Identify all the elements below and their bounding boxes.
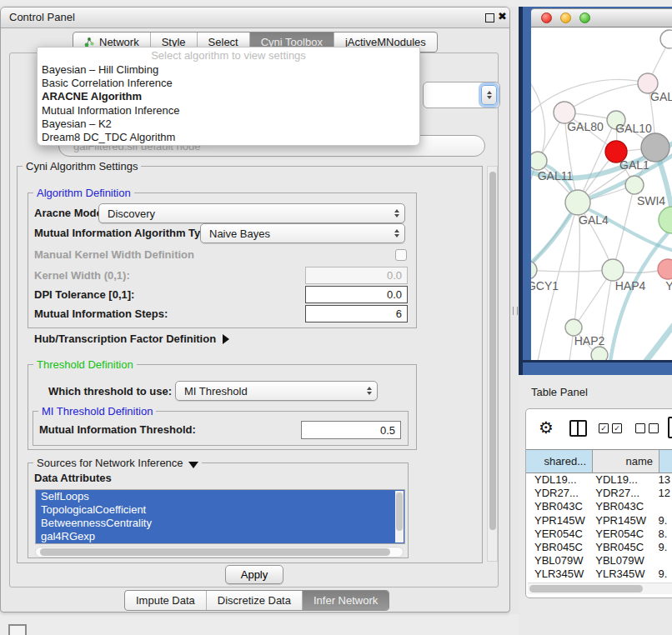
table-cell[interactable] bbox=[658, 554, 672, 568]
table-cell[interactable]: YER054C bbox=[592, 528, 658, 541]
list-hscrollbar[interactable] bbox=[35, 547, 404, 558]
panel-divider[interactable] bbox=[510, 7, 519, 614]
network-canvas[interactable]: GALGAL80GAL10GAL1GAL11SWI4GAL4GCY1HAP4YH… bbox=[531, 28, 672, 360]
green-edge-node[interactable] bbox=[659, 207, 672, 233]
table-cell[interactable]: YBR043C bbox=[526, 500, 592, 513]
hub-expander[interactable]: Hub/Transcription Factor Definition bbox=[34, 332, 229, 346]
table-cell[interactable] bbox=[658, 500, 672, 513]
unchecked-pair-icon[interactable] bbox=[635, 423, 659, 433]
algorithm-selector-combo[interactable] bbox=[423, 82, 500, 108]
attribute-item-selfloops[interactable]: SelfLoops bbox=[36, 490, 404, 503]
table-hscrollbar[interactable] bbox=[528, 582, 672, 594]
table-cell[interactable]: YLR345W bbox=[592, 568, 658, 581]
table-cell[interactable]: 9. bbox=[658, 568, 672, 581]
tab-impute-data[interactable]: Impute Data bbox=[125, 591, 206, 610]
table-cell[interactable]: YER054C bbox=[526, 528, 592, 541]
table-cell[interactable]: 9. bbox=[658, 541, 672, 554]
table-row[interactable]: YBR045CYBR045C9. bbox=[526, 541, 672, 554]
attribute-item-topologicalcoefficient[interactable]: TopologicalCoefficient bbox=[36, 503, 404, 517]
which-threshold-combo[interactable]: MI Threshold bbox=[175, 381, 378, 401]
dpi-tolerance-field[interactable]: 0.0 bbox=[305, 286, 408, 303]
table-cell[interactable]: YBR045C bbox=[526, 541, 592, 554]
network-edge bbox=[564, 83, 648, 112]
algorithm-item-bayesian-k2[interactable]: Bayesian – K2 bbox=[38, 118, 419, 131]
table-cell[interactable]: YDR27... bbox=[592, 487, 658, 500]
table-cell[interactable]: YPR145W bbox=[592, 514, 658, 528]
table-cell[interactable]: YLR345W bbox=[526, 568, 592, 581]
zoom-traffic-light-icon[interactable] bbox=[579, 12, 590, 23]
list-scrollbar[interactable] bbox=[395, 491, 404, 542]
bottom-partial-node[interactable] bbox=[591, 347, 608, 360]
table-cell[interactable]: 13 bbox=[658, 473, 672, 487]
algorithm-item-bayesian-hill-climbing[interactable]: Bayesian – Hill Climbing bbox=[38, 63, 419, 77]
table-row[interactable]: YLR345WYLR345W9. bbox=[526, 568, 672, 581]
table-row[interactable]: YER054CYER054C8. bbox=[526, 528, 672, 541]
minimize-traffic-light-icon[interactable] bbox=[560, 12, 571, 23]
float-window-icon[interactable] bbox=[485, 13, 494, 22]
table-row[interactable]: YDL19...YDL19...13 bbox=[526, 473, 672, 487]
table-cell[interactable]: YDR27... bbox=[526, 487, 592, 500]
sources-title[interactable]: Sources for Network Inference bbox=[33, 457, 202, 469]
table-cell[interactable]: 9. bbox=[658, 514, 672, 528]
algorithm-item-dream8-dc-tdc-algorithm[interactable]: Dream8 DC_TDC Algorithm bbox=[38, 131, 419, 144]
algorithm-item-mutual-information-inference[interactable]: Mutual Information Inference bbox=[38, 104, 419, 118]
tab-infer-network[interactable]: Infer Network bbox=[302, 591, 389, 610]
attribute-item-betweennesscentrality[interactable]: BetweennessCentrality bbox=[36, 517, 404, 530]
hap2-node[interactable] bbox=[565, 319, 582, 336]
gear-icon[interactable]: ⚙ bbox=[539, 418, 554, 438]
gray-hub-node[interactable] bbox=[641, 133, 669, 162]
table-cell[interactable]: YBR043C bbox=[592, 500, 658, 513]
algorithm-item-aracne-algorithm[interactable]: ARACNE Algorithm bbox=[38, 90, 419, 103]
gal11-node[interactable] bbox=[531, 152, 547, 170]
table-cell[interactable]: YPR145W bbox=[526, 514, 592, 528]
table-cell[interactable]: 8. bbox=[658, 528, 672, 541]
tab-label: Impute Data bbox=[136, 592, 195, 610]
table-row[interactable]: YDR27...YDR27...12 bbox=[526, 487, 672, 500]
column-header-name[interactable]: name bbox=[593, 449, 659, 473]
table-cell[interactable]: YDL19... bbox=[592, 473, 658, 487]
divider-grip-icon[interactable] bbox=[513, 307, 518, 315]
checked-pair-icon[interactable]: ✓✓ bbox=[599, 423, 622, 433]
data-attributes-list[interactable]: SelfLoopsTopologicalCoefficientBetweenne… bbox=[35, 489, 405, 544]
close-traffic-light-icon[interactable] bbox=[541, 12, 552, 23]
mi-steps-field[interactable]: 6 bbox=[305, 305, 408, 322]
settings-scrollbar[interactable] bbox=[487, 166, 498, 562]
aracne-mode-combo[interactable]: Discovery bbox=[98, 203, 405, 223]
column-header-partial[interactable] bbox=[659, 449, 672, 473]
table-cell[interactable]: YDL19... bbox=[526, 473, 592, 487]
table-cell[interactable]: YBR045C bbox=[592, 541, 658, 554]
column-header-shared[interactable]: shared... bbox=[526, 449, 593, 473]
expander-collapsed-icon[interactable] bbox=[223, 334, 229, 344]
table-cell[interactable]: 12 bbox=[658, 487, 672, 500]
apply-button[interactable]: Apply bbox=[225, 565, 283, 584]
mi-threshold-field[interactable]: 0.5 bbox=[301, 421, 401, 439]
table-cell[interactable]: YBL079W bbox=[592, 554, 658, 568]
manual-kernel-checkbox[interactable] bbox=[395, 249, 407, 261]
salmon-node-y[interactable] bbox=[658, 259, 672, 279]
table-panel-area: Table Panel ⚙ ✓✓ shared...name YDL19...Y… bbox=[519, 375, 672, 635]
algorithm-item-basic-correlation-inference[interactable]: Basic Correlation Inference bbox=[38, 77, 419, 90]
table-row[interactable]: YBR043CYBR043C bbox=[526, 500, 672, 513]
table-row[interactable]: YBL079WYBL079W bbox=[526, 554, 672, 568]
table-row[interactable]: YPR145WYPR145W9. bbox=[526, 514, 672, 528]
split-columns-icon[interactable] bbox=[569, 420, 587, 437]
gal4-node[interactable] bbox=[565, 190, 590, 215]
kernel-width-field[interactable]: 0.0 bbox=[305, 267, 408, 284]
hap4-node[interactable] bbox=[602, 259, 624, 281]
close-icon[interactable]: ✖ bbox=[498, 10, 507, 22]
tab-discretize-data[interactable]: Discretize Data bbox=[206, 591, 302, 610]
network-graph[interactable]: GALGAL80GAL10GAL1GAL11SWI4GAL4GCY1HAP4YH… bbox=[531, 28, 672, 360]
white-partial-node[interactable] bbox=[660, 30, 672, 48]
table-doc-icon[interactable] bbox=[668, 417, 672, 438]
attribute-item-gal4rgexp[interactable]: gal4RGexp bbox=[36, 530, 404, 543]
mi-threshold-title: MI Threshold Definition bbox=[38, 405, 156, 418]
table-panel: ⚙ ✓✓ shared...name YDL19...YDL19...13YDR… bbox=[525, 408, 672, 598]
combo-spinner-icon[interactable] bbox=[481, 85, 497, 105]
swi4-node[interactable] bbox=[625, 176, 644, 194]
network-window-titlebar[interactable] bbox=[531, 8, 672, 28]
floating-palette-icon[interactable] bbox=[8, 624, 27, 635]
expander-expanded-icon[interactable] bbox=[188, 462, 198, 468]
table-cell[interactable]: YBL079W bbox=[526, 554, 592, 568]
mi-type-combo[interactable]: Naive Bayes bbox=[200, 223, 405, 243]
gcy1-node[interactable] bbox=[531, 261, 537, 279]
